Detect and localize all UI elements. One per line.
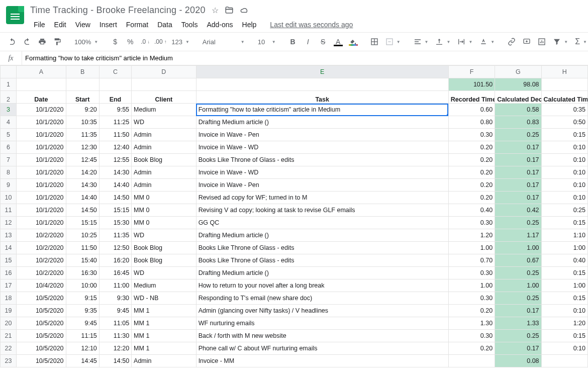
cell-H8[interactable]: 0:10 xyxy=(541,166,587,179)
horizontal-align-button[interactable]: ▼ xyxy=(411,35,432,49)
table-row[interactable]: 910/1/202014:3014:40AdminInvoice in Wave… xyxy=(1,179,588,192)
cell-A4[interactable]: 10/1/2020 xyxy=(17,116,66,129)
cell-B13[interactable]: 10:25 xyxy=(66,229,99,242)
cell-A23[interactable]: 10/5/2020 xyxy=(17,355,66,367)
vertical-align-button[interactable]: ▼ xyxy=(432,35,453,49)
cell-C21[interactable]: 11:30 xyxy=(99,330,131,342)
cell-A16[interactable]: 10/2/2020 xyxy=(17,267,66,279)
cell-E13[interactable]: Drafting Medium article () xyxy=(196,229,448,242)
cell-B22[interactable]: 12:10 xyxy=(66,342,99,355)
cell-A12[interactable]: 10/1/2020 xyxy=(17,217,66,229)
cell-H10[interactable]: 0:10 xyxy=(541,192,587,204)
table-row[interactable]: 1710/4/202010:0011:00MediumHow to return… xyxy=(1,279,588,292)
cell-H3[interactable]: 0:35 xyxy=(541,104,587,116)
row-header[interactable]: 6 xyxy=(1,141,17,154)
row-header[interactable]: 12 xyxy=(1,217,17,229)
cell-H12[interactable]: 0:15 xyxy=(541,217,587,229)
row-header[interactable]: 7 xyxy=(1,154,17,166)
row-header[interactable]: 8 xyxy=(1,166,17,179)
cell-C22[interactable]: 12:20 xyxy=(99,342,131,355)
cell-B4[interactable]: 10:35 xyxy=(66,116,99,129)
italic-button[interactable]: I xyxy=(301,35,315,49)
cell-E5[interactable]: Invoice in Wave - Pen xyxy=(196,129,448,141)
cell-H20[interactable]: 1:20 xyxy=(541,317,587,330)
cell-F10[interactable]: 0.20 xyxy=(448,192,495,204)
table-row[interactable]: 410/1/202010:3511:25WDDrafting Medium ar… xyxy=(1,116,588,129)
row-header[interactable]: 11 xyxy=(1,204,17,217)
table-row[interactable]: 1810/5/20209:159:30WD - NBResponding to … xyxy=(1,292,588,305)
cell-F11[interactable]: 0.40 xyxy=(448,204,495,217)
cell-D22[interactable]: MM 1 xyxy=(132,342,197,355)
row-header[interactable]: 17 xyxy=(1,279,17,292)
cell-G1[interactable]: 98.08 xyxy=(495,78,541,91)
cell-G5[interactable]: 0.25 xyxy=(495,129,541,141)
filter-button[interactable]: ▼ xyxy=(550,35,571,49)
cell-D14[interactable]: Book Blog xyxy=(132,242,197,254)
cell-E8[interactable]: Invoice in Wave - WD xyxy=(196,166,448,179)
table-row[interactable]: 2110/5/202011:1511:30MM 1Back / forth wi… xyxy=(1,330,588,342)
formula-input[interactable] xyxy=(22,51,588,65)
row-1[interactable]: 1 101.50 98.08 xyxy=(1,78,588,91)
cell-G15[interactable]: 0.67 xyxy=(495,254,541,267)
undo-button[interactable] xyxy=(5,35,19,49)
cell-D9[interactable]: Admin xyxy=(132,179,197,192)
cell-D5[interactable]: Admin xyxy=(132,129,197,141)
cell-E10[interactable]: Revised ad copy for WF; turned in to M xyxy=(196,192,448,204)
cell-C13[interactable]: 11:35 xyxy=(99,229,131,242)
cell-C6[interactable]: 12:40 xyxy=(99,141,131,154)
cell-D11[interactable]: MM 0 xyxy=(132,204,197,217)
cell-H15[interactable]: 0:40 xyxy=(541,254,587,267)
cell-A3[interactable]: 10/1/2020 xyxy=(17,104,66,116)
row-header[interactable]: 5 xyxy=(1,129,17,141)
cell-E21[interactable]: Back / forth with M new website xyxy=(196,330,448,342)
cell-F14[interactable]: 1.00 xyxy=(448,242,495,254)
cell-C8[interactable]: 14:30 xyxy=(99,166,131,179)
cell-E16[interactable]: Drafting Medium article () xyxy=(196,267,448,279)
col-header-D[interactable]: D xyxy=(132,66,197,78)
cell[interactable]: End xyxy=(99,91,131,104)
cell-H7[interactable]: 0:10 xyxy=(541,154,587,166)
redo-button[interactable] xyxy=(20,35,34,49)
cell-G18[interactable]: 0.25 xyxy=(495,292,541,305)
row-header[interactable]: 22 xyxy=(1,342,17,355)
cell[interactable]: Calculated Time xyxy=(541,91,587,104)
increase-decimal-button[interactable]: .00 ↑ xyxy=(153,35,167,49)
cell-F13[interactable]: 1.20 xyxy=(448,229,495,242)
menu-help[interactable]: Help xyxy=(239,19,260,31)
insert-comment-button[interactable] xyxy=(520,35,534,49)
cell-D15[interactable]: Book Blog xyxy=(132,254,197,267)
functions-button[interactable]: Σ▼ xyxy=(572,35,588,49)
cell-G12[interactable]: 0.25 xyxy=(495,217,541,229)
cell-D4[interactable]: WD xyxy=(132,116,197,129)
cell-B20[interactable]: 9:45 xyxy=(66,317,99,330)
cell-E17[interactable]: How to return to your novel after a long… xyxy=(196,279,448,292)
table-row[interactable]: 510/1/202011:3511:50AdminInvoice in Wave… xyxy=(1,129,588,141)
cell-A11[interactable]: 10/1/2020 xyxy=(17,204,66,217)
cell-E9[interactable]: Invoice in Wave - Pen xyxy=(196,179,448,192)
cell-C5[interactable]: 11:50 xyxy=(99,129,131,141)
cell-D17[interactable]: Medium xyxy=(132,279,197,292)
cell-F16[interactable]: 0.30 xyxy=(448,267,495,279)
text-wrap-button[interactable]: ▼ xyxy=(454,35,475,49)
menu-edit[interactable]: Edit xyxy=(51,19,70,31)
cell-B16[interactable]: 16:30 xyxy=(66,267,99,279)
cell-C7[interactable]: 12:55 xyxy=(99,154,131,166)
cell-H16[interactable]: 0:15 xyxy=(541,267,587,279)
cell-D13[interactable]: WD xyxy=(132,229,197,242)
cell-B21[interactable]: 11:15 xyxy=(66,330,99,342)
cell-H5[interactable]: 0:15 xyxy=(541,129,587,141)
cell-F23[interactable] xyxy=(448,355,495,367)
cell-H22[interactable]: 0:10 xyxy=(541,342,587,355)
menu-data[interactable]: Data xyxy=(154,19,176,31)
cell-F17[interactable]: 1.00 xyxy=(448,279,495,292)
cell-B8[interactable]: 14:20 xyxy=(66,166,99,179)
format-currency-button[interactable]: $ xyxy=(108,35,122,49)
cell-D3[interactable]: Medium xyxy=(132,104,197,116)
cell-F6[interactable]: 0.20 xyxy=(448,141,495,154)
format-percent-button[interactable]: % xyxy=(123,35,137,49)
menu-file[interactable]: File xyxy=(30,19,49,31)
cell-H17[interactable]: 1:00 xyxy=(541,279,587,292)
cell-A5[interactable]: 10/1/2020 xyxy=(17,129,66,141)
table-row[interactable]: 710/1/202012:4512:55Book BlogBooks Like … xyxy=(1,154,588,166)
cell-B18[interactable]: 9:15 xyxy=(66,292,99,305)
